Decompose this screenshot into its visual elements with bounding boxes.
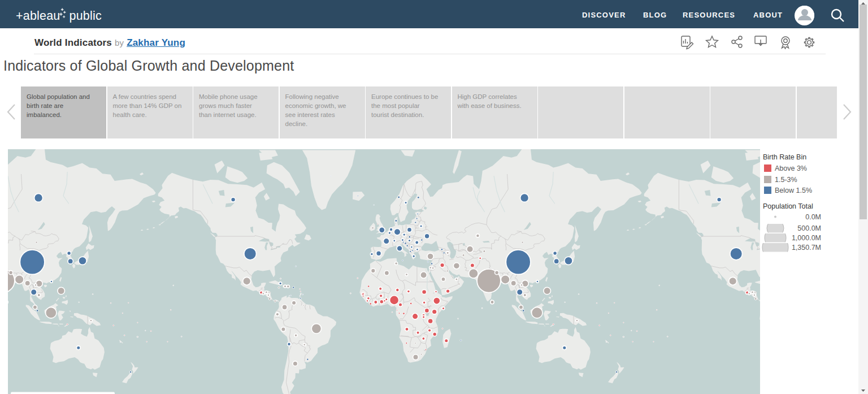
svg-text:500.0M: 500.0M [797, 224, 821, 232]
svg-text:1,350.7M: 1,350.7M [792, 244, 821, 252]
svg-text:0.0M: 0.0M [805, 213, 821, 221]
svg-text:1,000.0M: 1,000.0M [792, 234, 821, 242]
